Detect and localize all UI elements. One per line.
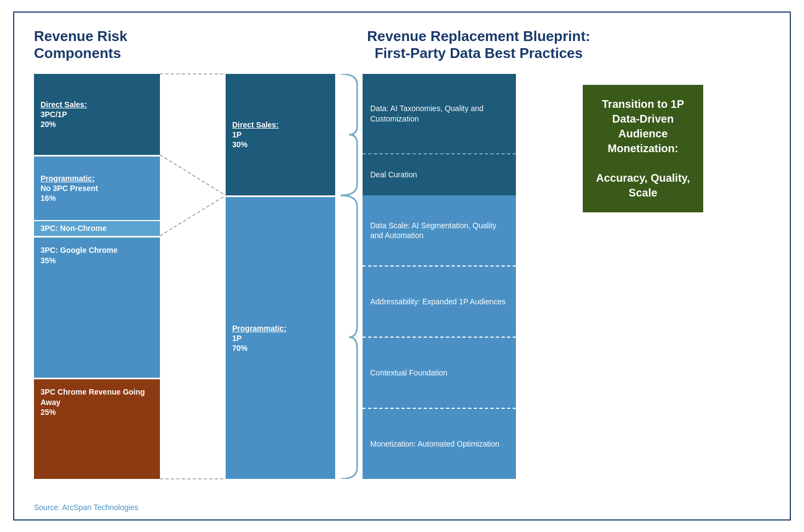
block-3pc-chrome-revenue: 3PC Chrome Revenue Going Away25% bbox=[34, 378, 160, 479]
programmatic-no3pc-text: No 3PC Present16% bbox=[41, 183, 153, 203]
direct-sales-center-text: 1P30% bbox=[232, 130, 329, 149]
far-right-column: Transition to 1P Data-Driven Audience Mo… bbox=[516, 74, 770, 506]
programmatic-center-label: Programmatic: bbox=[232, 323, 329, 333]
source-text: Source: ArcSpan Technologies bbox=[34, 503, 138, 512]
right-item-contextual-foundation: Contextual Foundation bbox=[363, 337, 516, 408]
block-3pc-google-chrome: 3PC: Google Chrome35% bbox=[34, 236, 160, 378]
header-center-title: Revenue Replacement Blueprint: First-Par… bbox=[187, 28, 770, 62]
right-top-section: Data: AI Taxonomies, Quality and Customi… bbox=[363, 74, 516, 195]
connector-column bbox=[160, 74, 226, 506]
block-3pc-nonchrome: 3PC: Non-Chrome bbox=[34, 220, 160, 236]
right-item-data-scale: Data Scale: AI Segmentation, Quality and… bbox=[363, 195, 516, 265]
brace-column bbox=[335, 74, 363, 506]
right-bottom-section: Data Scale: AI Segmentation, Quality and… bbox=[363, 195, 516, 479]
svg-line-2 bbox=[160, 195, 226, 236]
main-content: Direct Sales: 3PC/1P20% Programmatic: No… bbox=[34, 74, 770, 506]
green-box-text: Transition to 1P Data-Driven Audience Mo… bbox=[596, 98, 690, 199]
programmatic-center-text: 1P70% bbox=[232, 333, 329, 353]
connector-svg bbox=[160, 74, 226, 479]
main-container: Revenue Risk Components Revenue Replacem… bbox=[13, 11, 791, 521]
left-column: Direct Sales: 3PC/1P20% Programmatic: No… bbox=[34, 74, 160, 506]
block-programmatic-center: Programmatic: 1P70% bbox=[226, 195, 335, 479]
right-item-addressability: Addressability: Expanded 1P Audiences bbox=[363, 265, 516, 337]
brace-svg bbox=[335, 74, 363, 479]
3pc-chrome-revenue-text: 3PC Chrome Revenue Going Away25% bbox=[41, 387, 153, 417]
header-center: Revenue Replacement Blueprint: First-Par… bbox=[187, 28, 770, 62]
header-left-title: Revenue Risk Components bbox=[34, 28, 187, 62]
green-box: Transition to 1P Data-Driven Audience Mo… bbox=[583, 85, 703, 212]
direct-sales-left-text: 3PC/1P20% bbox=[41, 109, 153, 129]
programmatic-no3pc-label: Programmatic: bbox=[41, 174, 153, 183]
svg-line-1 bbox=[160, 155, 226, 195]
direct-sales-left-label: Direct Sales: bbox=[41, 100, 153, 109]
block-direct-sales-left: Direct Sales: 3PC/1P20% bbox=[34, 74, 160, 155]
block-direct-sales-center: Direct Sales: 1P30% bbox=[226, 74, 335, 195]
left-blocks: Direct Sales: 3PC/1P20% Programmatic: No… bbox=[34, 74, 160, 479]
right-item-deal-curation: Deal Curation bbox=[363, 153, 516, 196]
right-column: Data: AI Taxonomies, Quality and Customi… bbox=[363, 74, 516, 479]
direct-sales-center-label: Direct Sales: bbox=[232, 120, 329, 130]
right-item-ai-taxonomies: Data: AI Taxonomies, Quality and Customi… bbox=[363, 74, 516, 153]
center-column: Direct Sales: 1P30% Programmatic: 1P70% bbox=[226, 74, 335, 506]
header-row: Revenue Risk Components Revenue Replacem… bbox=[34, 28, 770, 62]
3pc-google-chrome-text: 3PC: Google Chrome35% bbox=[41, 245, 153, 265]
right-item-monetization: Monetization: Automated Optimization bbox=[363, 408, 516, 479]
3pc-nonchrome-text: 3PC: Non-Chrome bbox=[41, 223, 153, 233]
block-programmatic-no3pc: Programmatic: No 3PC Present16% bbox=[34, 155, 160, 219]
header-left: Revenue Risk Components bbox=[34, 28, 187, 62]
center-blocks: Direct Sales: 1P30% Programmatic: 1P70% bbox=[226, 74, 335, 479]
